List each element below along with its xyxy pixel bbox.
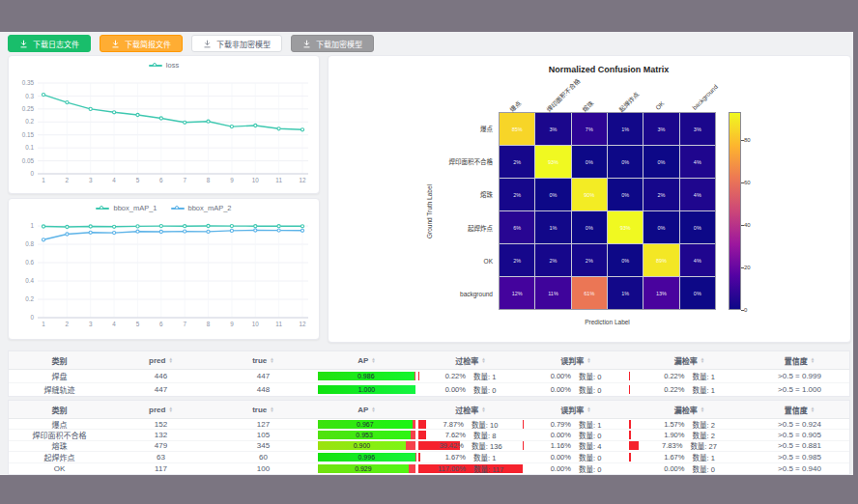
svg-text:0.05: 0.05 — [22, 157, 35, 164]
ap-bar-remainder — [406, 441, 415, 450]
sort-caret-icon[interactable]: ▲▼ — [811, 406, 815, 413]
svg-text:0.1: 0.1 — [25, 144, 34, 151]
defect-table: 类别pred▲▼true▲▼AP▲▼过检率▲▼误判率▲▼漏检率▲▼置信度▲▼爆点… — [8, 400, 850, 475]
table-header-label: 置信度 — [785, 405, 808, 415]
sort-caret-icon[interactable]: ▲▼ — [168, 357, 172, 364]
sort-caret-icon[interactable]: ▲▼ — [481, 406, 485, 413]
ap-bar-fill: 0.996 — [318, 453, 415, 462]
svg-text:4: 4 — [112, 321, 116, 327]
svg-text:6: 6 — [159, 177, 163, 183]
rate-percent: 117.00% — [438, 464, 466, 473]
ap-bar-fill: 0.929 — [318, 464, 409, 473]
matrix-cell-value: 2% — [550, 258, 558, 264]
download-encrypted-model-button[interactable]: 下载加密模型 — [291, 35, 374, 52]
svg-text:2: 2 — [66, 177, 70, 183]
rate-count: 数量: 117 — [473, 463, 503, 474]
rate-bar-fill — [523, 441, 524, 450]
matrix-cell-value: 3% — [658, 126, 666, 132]
table-header-row: 类别pred▲▼true▲▼AP▲▼过检率▲▼误判率▲▼漏检率▲▼置信度▲▼ — [9, 351, 849, 370]
download-report-button[interactable]: 下载简报文件 — [100, 35, 183, 52]
svg-text:8: 8 — [207, 321, 211, 327]
download-log-button[interactable]: 下载日志文件 — [8, 35, 91, 52]
svg-text:6: 6 — [159, 321, 163, 327]
rate-percent: 0.00% — [551, 431, 571, 439]
rate-bar-cell: 1.90%数量: 2 — [629, 430, 750, 440]
svg-text:0: 0 — [30, 314, 34, 321]
legend-item-bbox_mAP_1[interactable]: bbox_mAP_1 — [96, 204, 157, 212]
download-icon — [302, 40, 311, 48]
matrix-row-label: OK — [329, 257, 493, 264]
sort-caret-icon[interactable]: ▲▼ — [586, 357, 590, 364]
matrix-cell: 93% — [608, 211, 643, 243]
rate-bar-cell: 0.22%数量: 1 — [629, 384, 750, 395]
svg-text:2: 2 — [66, 321, 70, 327]
svg-text:8: 8 — [207, 177, 211, 183]
cell-ap: 0.929 — [315, 464, 418, 473]
ap-bar: 0.953 — [318, 431, 415, 439]
legend-item-loss[interactable]: loss — [149, 61, 179, 70]
table-header-label: AP — [358, 406, 368, 414]
rate-bar-cell: 1.67%数量: 1 — [629, 452, 750, 462]
rate-count: 数量: 0 — [579, 463, 601, 474]
matrix-cell: 1% — [608, 277, 643, 309]
cell-confidence: >0.5 = 0.924 — [750, 420, 849, 429]
matrix-cell: 2% — [500, 179, 534, 210]
sort-caret-icon[interactable]: ▲▼ — [481, 357, 485, 364]
rate-percent: 0.00% — [551, 464, 571, 473]
svg-text:12: 12 — [299, 177, 306, 183]
svg-text:7: 7 — [183, 177, 186, 183]
cell-overdetect-rate: 117.00%数量: 117 — [418, 463, 523, 474]
download-plain-model-button[interactable]: 下载非加密模型 — [191, 35, 282, 52]
table-header-label: pred — [149, 356, 165, 365]
matrix-cell: 0% — [680, 277, 715, 309]
cell-misjudge-rate: 1.16%数量: 4 — [523, 440, 629, 451]
ap-bar-fill: 0.953 — [318, 431, 411, 439]
sort-caret-icon[interactable]: ▲▼ — [168, 406, 172, 413]
table-header-label: 置信度 — [785, 355, 808, 366]
matrix-cell: 0% — [608, 244, 643, 276]
rate-count: 数量: 0 — [579, 371, 601, 381]
sort-caret-icon[interactable]: ▲▼ — [811, 357, 815, 364]
matrix-cell-value: 1% — [621, 291, 629, 296]
matrix-cell-value: 7% — [586, 126, 593, 132]
sort-caret-icon[interactable]: ▲▼ — [270, 406, 273, 413]
cell-confidence: >0.5 = 0.999 — [750, 372, 849, 380]
cell-ap: 0.900 — [315, 441, 418, 450]
table-header-cell-类别: 类别 — [9, 405, 110, 415]
legend-item-bbox_mAP_2[interactable]: bbox_mAP_2 — [171, 204, 232, 212]
cell-miss-rate: 0.22%数量: 1 — [629, 371, 750, 381]
table-header-cell-过检率: 过检率▲▼ — [418, 405, 523, 415]
svg-text:9: 9 — [230, 321, 234, 327]
rate-count: 数量: 1 — [692, 384, 714, 395]
rate-count: 数量: 0 — [579, 452, 601, 462]
cell-confidence: >0.5 = 0.905 — [750, 431, 849, 439]
cell-confidence: >0.5 = 0.881 — [750, 441, 849, 450]
matrix-cell-value: 61% — [584, 291, 594, 296]
matrix-cell-value: 0% — [658, 159, 666, 165]
rate-percent: 0.00% — [445, 385, 466, 394]
matrix-col-label: 焊印面积不合格 — [543, 76, 581, 114]
rate-count: 数量: 8 — [473, 430, 496, 440]
map-chart-card: bbox_mAP_1bbox_mAP_2 00.20.40.60.8112345… — [8, 198, 320, 340]
matrix-row-label: 焊印面积不合格 — [329, 156, 493, 166]
sort-caret-icon[interactable]: ▲▼ — [586, 406, 590, 413]
svg-text:0.6: 0.6 — [25, 259, 34, 266]
table-row: 焊缝轨迹4474481.0000.00%数量: 00.00%数量: 00.22%… — [9, 383, 849, 397]
matrix-cell: 89% — [644, 244, 678, 276]
rate-bar-fill — [629, 453, 631, 462]
svg-text:9: 9 — [230, 177, 234, 183]
sort-caret-icon[interactable]: ▲▼ — [701, 357, 704, 364]
sort-caret-icon[interactable]: ▲▼ — [371, 406, 375, 413]
sort-caret-icon[interactable]: ▲▼ — [371, 357, 375, 364]
matrix-col-label: OK — [654, 99, 666, 111]
sort-caret-icon[interactable]: ▲▼ — [701, 406, 704, 413]
table-row: 熔珠4793450.90039.42%数量: 1361.16%数量: 47.83… — [9, 441, 849, 452]
browser-chrome-bottom — [0, 475, 858, 504]
ap-value: 1.000 — [358, 386, 376, 393]
loss-chart-legend: loss — [9, 61, 319, 70]
legend-circle-icon — [100, 206, 103, 210]
matrix-cell-value: 4% — [694, 258, 701, 264]
sort-caret-icon[interactable]: ▲▼ — [270, 357, 273, 364]
table-header-cell-AP: AP▲▼ — [315, 356, 418, 365]
table-row: OK1171000.929117.00%数量: 1170.00%数量: 00.0… — [9, 463, 849, 474]
